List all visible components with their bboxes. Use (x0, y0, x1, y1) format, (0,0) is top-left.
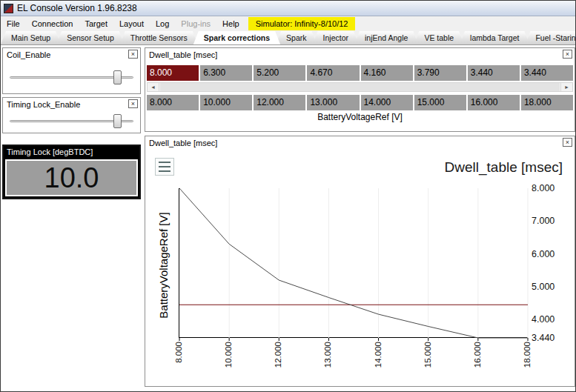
menu-log[interactable]: Log (150, 17, 175, 30)
tab-spark-corrections[interactable]: Spark corrections (193, 31, 280, 44)
dwell-axis-cell[interactable]: 18.000 (521, 95, 573, 110)
dwell-axis-cell[interactable]: 15.000 (414, 95, 466, 110)
dwell-table-title: Dwell_table [msec] (145, 48, 575, 62)
close-icon[interactable]: × (128, 50, 138, 59)
scrollbar-thumb[interactable] (160, 83, 560, 91)
menu-plugins: Plug-ins (175, 17, 216, 30)
tab-fuel-staging[interactable]: Fuel -Staring (525, 31, 575, 44)
coil-enable-title: Coil_Enable (3, 48, 140, 62)
close-icon[interactable]: × (563, 50, 572, 59)
x-tick-label: 18.000 (523, 342, 532, 376)
dwell-table-cell[interactable]: 4.160 (361, 65, 413, 81)
dwell-chart-body: Dwell_table [msec] BatteryVoltageRef [V]… (145, 150, 575, 386)
tab-injector[interactable]: Injector (313, 31, 359, 44)
dwell-table-cell[interactable]: 8.000 (147, 65, 199, 81)
slider-thumb[interactable] (113, 114, 122, 128)
close-icon[interactable]: × (563, 138, 572, 147)
dwell-chart-panel: Dwell_table [msec] × Dwell_table [msec] … (145, 136, 575, 387)
x-tick-label: 14.000 (374, 342, 383, 376)
timing-lock-display-title: Timing Lock [degBTDC] (4, 146, 139, 158)
x-tick-label: 10.000 (224, 342, 233, 376)
dwell-table-cell[interactable]: 6.300 (200, 65, 252, 81)
table-horizontal-scrollbar[interactable]: ◄ ► (147, 82, 573, 92)
dwell-axis-cell[interactable]: 16.000 (468, 95, 520, 110)
x-tick-label: 15.000 (423, 342, 432, 376)
tab-throttle-sensors[interactable]: Throttle Sensors (120, 31, 198, 44)
timing-lock-enable-slider[interactable] (10, 120, 133, 122)
tab-lambda-target[interactable]: lambda Target (460, 31, 529, 44)
dwell-table-cell[interactable]: 5.200 (254, 65, 305, 81)
menu-connection[interactable]: Connection (26, 17, 79, 30)
chart-x-ticks: 8.00010.00012.00013.00014.00015.00016.00… (145, 150, 575, 386)
menu-target[interactable]: Target (79, 17, 113, 30)
dwell-axis-cell[interactable]: 14.000 (361, 95, 413, 110)
close-icon[interactable]: × (128, 99, 138, 108)
coil-enable-slider[interactable] (10, 76, 133, 79)
timing-lock-value: 10.0 (5, 159, 138, 196)
tab-spark[interactable]: Spark (276, 31, 317, 44)
tab-injend-angle[interactable]: injEnd Angle (354, 31, 418, 44)
tabbar: Main Setup Sensor Setup Throttle Sensors… (1, 31, 575, 45)
timing-lock-enable-title: Timing Lock_Enable (3, 98, 140, 111)
menu-file[interactable]: File (1, 17, 26, 30)
app-icon (4, 4, 13, 13)
slider-thumb[interactable] (113, 70, 122, 84)
tab-main-setup[interactable]: Main Setup (1, 31, 61, 44)
x-tick-label: 16.000 (473, 342, 482, 376)
menu-layout[interactable]: Layout (113, 17, 150, 30)
timing-lock-display: Timing Lock [degBTDC] 10.0 (2, 144, 141, 199)
titlebar[interactable]: EL Console Version 1.96.8238 (1, 1, 575, 16)
scroll-right-icon[interactable]: ► (560, 83, 572, 91)
timing-lock-enable-panel: Timing Lock_Enable × (2, 97, 141, 133)
dwell-axis-cell[interactable]: 8.000 (147, 95, 199, 110)
tab-sensor-setup[interactable]: Sensor Setup (56, 31, 125, 44)
dwell-axis-cell[interactable]: 13.000 (307, 95, 359, 110)
dwell-table-cell[interactable]: 4.670 (307, 65, 359, 81)
menubar: File Connection Target Layout Log Plug-i… (1, 16, 575, 31)
dwell-table-cell[interactable]: 3.440 (468, 65, 520, 81)
battery-voltage-axis-label: BatteryVoltageRef [V] (145, 112, 575, 122)
x-tick-label: 13.000 (323, 342, 332, 376)
window-title: EL Console Version 1.96.8238 (17, 3, 137, 13)
dwell-value-row: 8.000 6.300 5.200 4.670 4.160 3.790 3.44… (147, 65, 573, 81)
x-tick-label: 12.000 (274, 342, 282, 376)
tab-ve-table[interactable]: VE table (414, 31, 464, 44)
x-tick-label: 8.000 (174, 342, 183, 376)
menu-help[interactable]: Help (216, 17, 245, 30)
dwell-chart-title: Dwell_table [msec] (145, 136, 575, 150)
dwell-table-cell[interactable]: 3.790 (414, 65, 466, 81)
coil-enable-panel: Coil_Enable × (2, 47, 141, 94)
dwell-table-cell[interactable]: 3.440 (521, 65, 573, 81)
dwell-table-panel: Dwell_table [msec] × 8.000 6.300 5.200 4… (145, 47, 575, 132)
dwell-axis-row: 8.000 10.000 12.000 13.000 14.000 15.000… (147, 95, 573, 110)
app-window: EL Console Version 1.96.8238 File Connec… (0, 0, 576, 392)
simulator-status[interactable]: Simulator: Infinity-8/10/12 (248, 17, 356, 30)
dwell-axis-cell[interactable]: 12.000 (254, 95, 305, 110)
dwell-axis-cell[interactable]: 10.000 (200, 95, 252, 110)
scroll-left-icon[interactable]: ◄ (148, 83, 159, 91)
